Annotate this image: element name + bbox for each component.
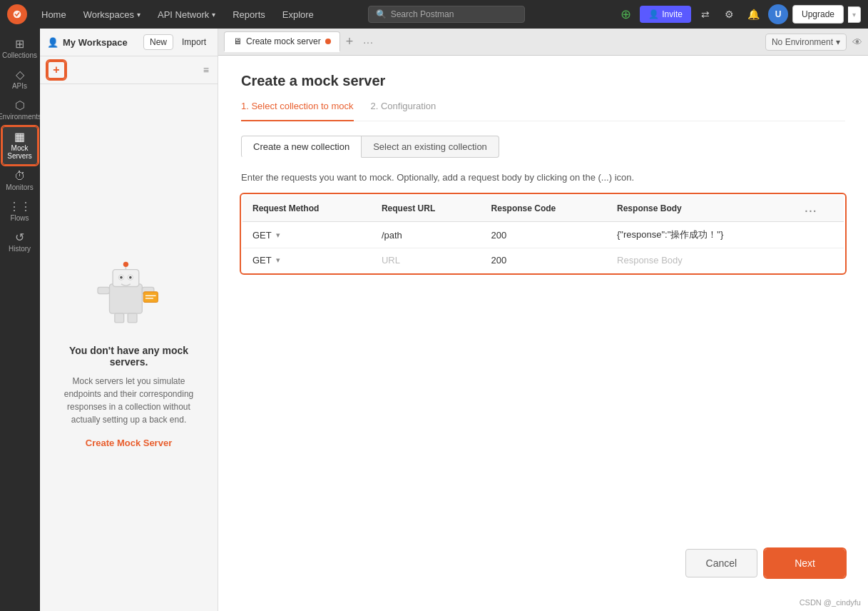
table-row: GET ▾ /path 200 {"response":"操作成功！"}	[242, 222, 844, 248]
sync-icon[interactable]: ⇄	[695, 4, 715, 24]
empty-description: Mock servers let you simulate endpoints …	[54, 375, 203, 426]
nav-home[interactable]: Home	[34, 6, 73, 23]
svg-rect-2	[113, 269, 139, 286]
nav-reports[interactable]: Reports	[225, 6, 272, 23]
sidebar-item-monitors[interactable]: ⏱ Monitors	[2, 166, 38, 196]
empty-title: You don't have any mock servers.	[54, 345, 203, 368]
sidebar-item-label: APIs	[12, 82, 27, 90]
nav-api-network[interactable]: API Network ▾	[150, 6, 223, 23]
col-response-code: Response Code	[481, 195, 607, 222]
invite-button[interactable]: 👤 Invite	[640, 6, 691, 23]
main-layout: ⊞ Collections ◇ APIs ⬡ Environments ▦ Mo…	[0, 29, 868, 611]
workspace-name: My Workspace	[63, 37, 139, 48]
add-new-icon-button[interactable]: +	[47, 61, 66, 79]
eye-button[interactable]: 👁	[852, 36, 862, 48]
nav-explore[interactable]: Explore	[275, 6, 321, 23]
tab-right-actions: No Environment ▾ 👁	[765, 34, 862, 51]
environments-icon: ⬡	[15, 100, 25, 111]
url-cell[interactable]: /path	[372, 222, 481, 248]
svg-rect-9	[98, 287, 110, 293]
cancel-button[interactable]: Cancel	[685, 549, 758, 577]
mock-table: Request Method Request URL Response Code…	[241, 194, 845, 273]
postman-logo[interactable]	[7, 4, 27, 24]
api-network-chevron-icon: ▾	[212, 11, 215, 19]
sidebar-item-history[interactable]: ↺ History	[2, 228, 38, 257]
unsaved-dot	[325, 39, 331, 44]
step-2[interactable]: 2. Configuration	[371, 101, 436, 121]
sidebar-item-mock-servers[interactable]: ▦ Mock Servers	[2, 126, 38, 165]
method-dropdown-icon[interactable]: ▾	[276, 231, 280, 240]
url-placeholder: URL	[382, 255, 400, 266]
upgrade-dropdown-icon[interactable]: ▾	[848, 6, 861, 23]
tab-create-new-collection[interactable]: Create a new collection	[241, 136, 362, 158]
more-tabs-button[interactable]: ···	[359, 36, 378, 48]
svg-point-3	[123, 261, 128, 266]
method-cell: GET ▾	[242, 222, 372, 248]
sidebar-item-collections[interactable]: ⊞ Collections	[2, 34, 38, 64]
svg-point-8	[129, 276, 132, 278]
step-1[interactable]: 1. Select collection to mock	[241, 101, 354, 121]
sidebar-item-label: Environments	[0, 113, 41, 121]
add-tab-button[interactable]: +	[342, 34, 358, 49]
satellite-icon[interactable]: ⊕	[616, 4, 635, 24]
table-row: GET ▾ URL 200 Response Body	[242, 248, 844, 273]
sidebar-item-label: Monitors	[6, 183, 33, 191]
url-cell[interactable]: URL	[372, 248, 481, 273]
code-cell: 200	[481, 248, 607, 273]
next-button[interactable]: Next	[765, 549, 845, 577]
history-icon: ↺	[15, 232, 24, 243]
watermark: CSDN @_cindyfu	[800, 598, 861, 607]
col-more: ...	[795, 195, 844, 222]
svg-rect-12	[128, 313, 137, 323]
body-cell[interactable]: Response Body	[607, 248, 795, 273]
environment-selector[interactable]: No Environment ▾	[765, 34, 847, 51]
empty-state: You don't have any mock servers. Mock se…	[40, 84, 218, 611]
right-panel: 🖥 Create mock server + ··· No Environmen…	[218, 29, 868, 611]
icon-rail: ⊞ Collections ◇ APIs ⬡ Environments ▦ Mo…	[0, 29, 40, 611]
apis-icon: ◇	[16, 69, 24, 81]
col-request-url: Request URL	[372, 195, 481, 222]
steps-nav: 1. Select collection to mock 2. Configur…	[241, 101, 845, 121]
body-cell[interactable]: {"response":"操作成功！"}	[607, 222, 795, 248]
svg-rect-1	[109, 283, 142, 313]
tab-create-mock-server[interactable]: 🖥 Create mock server	[224, 31, 340, 52]
svg-rect-11	[114, 313, 123, 323]
method-dropdown-icon[interactable]: ▾	[276, 256, 280, 265]
table-more-icon[interactable]: ...	[805, 203, 818, 214]
workspaces-chevron-icon: ▾	[137, 11, 141, 19]
mock-servers-icon: ▦	[14, 131, 25, 143]
collection-tabs: Create a new collection Select an existi…	[241, 136, 845, 158]
page-title: Create a mock server	[241, 73, 845, 89]
create-mock-server-link[interactable]: Create Mock Server	[86, 438, 172, 448]
sidebar-item-label: History	[9, 245, 31, 253]
monitors-icon: ⏱	[14, 171, 26, 182]
sidebar-item-label: Flows	[10, 214, 29, 222]
settings-icon[interactable]: ⚙	[720, 4, 740, 24]
env-chevron-icon: ▾	[836, 37, 840, 47]
tab-icon: 🖥	[233, 36, 242, 46]
environment-label: No Environment	[772, 37, 833, 47]
nav-workspaces[interactable]: Workspaces ▾	[76, 6, 148, 23]
bell-icon[interactable]: 🔔	[744, 4, 764, 24]
import-button[interactable]: Import	[178, 35, 210, 49]
search-icon: 🔍	[376, 9, 387, 19]
col-response-body: Response Body	[607, 195, 795, 222]
sidebar-item-environments[interactable]: ⬡ Environments	[2, 96, 38, 125]
nav-right-actions: ⊕ 👤 Invite ⇄ ⚙ 🔔 U Upgrade ▾	[616, 4, 861, 24]
form-actions: Cancel Next	[241, 537, 845, 577]
tab-select-existing-collection[interactable]: Select an existing collection	[362, 136, 499, 158]
method-cell: GET ▾	[242, 248, 372, 273]
upgrade-button[interactable]: Upgrade	[792, 5, 844, 24]
tab-bar: 🖥 Create mock server + ··· No Environmen…	[218, 29, 868, 56]
filter-icon[interactable]: ≡	[202, 63, 210, 77]
empty-illustration	[86, 248, 172, 333]
new-button[interactable]: New	[143, 34, 173, 50]
avatar[interactable]: U	[768, 4, 788, 24]
col-request-method: Request Method	[242, 195, 372, 222]
sidebar-item-apis[interactable]: ◇ APIs	[2, 65, 38, 94]
search-bar[interactable]: 🔍 Search Postman	[368, 6, 525, 23]
sidebar-item-label: Collections	[2, 51, 37, 59]
sidebar-item-flows[interactable]: ⋮⋮ Flows	[2, 197, 38, 226]
form-description: Enter the requests you want to mock. Opt…	[241, 172, 845, 183]
sidebar-header: 👤 My Workspace Home New Import	[40, 29, 218, 56]
